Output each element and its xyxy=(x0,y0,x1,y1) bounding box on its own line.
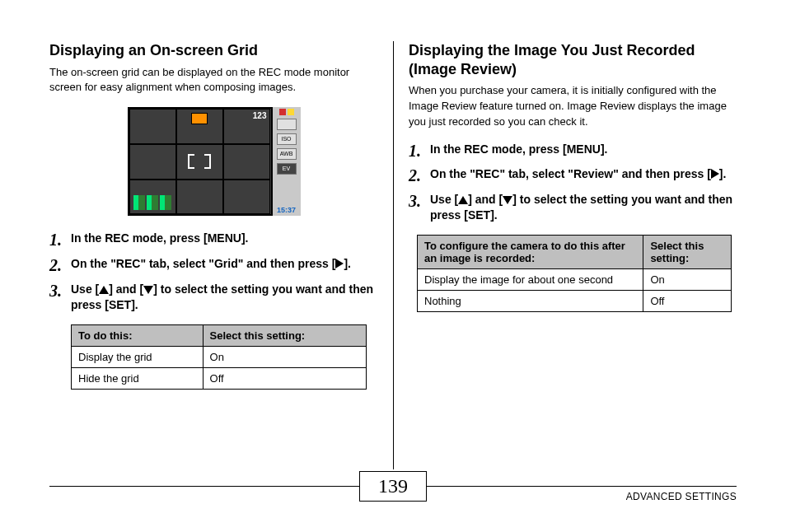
side-awb: AWB xyxy=(277,148,297,160)
step-2: On the "REC" tab, select "Grid" and then… xyxy=(49,256,378,272)
shot-counter: 123 xyxy=(253,111,267,120)
table-header-row: To configure the camera to do this after… xyxy=(418,236,732,269)
step-text: In the REC mode, press [MENU]. xyxy=(430,142,607,156)
step-text: On the "REC" tab, select "Grid" and then… xyxy=(71,257,335,270)
grid-cell xyxy=(129,144,176,180)
mode-icon-yellow xyxy=(288,109,294,115)
step-1: In the REC mode, press [MENU]. xyxy=(49,231,378,246)
side-ev: EV xyxy=(277,163,297,175)
grid-cell xyxy=(223,144,270,180)
rec-indicator-icon xyxy=(191,113,208,124)
section-label: ADVANCED SETTINGS xyxy=(626,491,737,502)
battery-icon xyxy=(133,195,171,210)
settings-table-review: To configure the camera to do this after… xyxy=(417,235,732,312)
side-iso: ISO xyxy=(277,133,297,145)
page-number: 139 xyxy=(359,471,427,502)
table-header: To do this: xyxy=(72,324,204,346)
down-arrow-icon xyxy=(143,286,153,294)
table-cell: Hide the grid xyxy=(72,367,204,389)
table-header-row: To do this: Select this setting: xyxy=(72,324,367,346)
step-text: On the "REC" tab, select "Review" and th… xyxy=(430,167,711,180)
illustration-wrap: 123 xyxy=(49,107,378,216)
step-text: ]. xyxy=(344,257,351,270)
step-1: In the REC mode, press [MENU]. xyxy=(409,142,737,157)
steps-grid: In the REC mode, press [MENU]. On the "R… xyxy=(49,231,378,313)
mode-icons xyxy=(279,109,294,115)
grid-cell: 123 xyxy=(223,109,270,144)
table-cell: Off xyxy=(643,291,732,312)
step-text: ] and [ xyxy=(109,282,143,296)
intro-review: When you purchase your camera, it is ini… xyxy=(409,83,737,130)
side-flash-icon xyxy=(277,119,297,130)
step-text: Use [ xyxy=(71,282,99,296)
table-row: Display the grid On xyxy=(72,346,367,367)
table-header: Select this setting: xyxy=(643,236,732,269)
table-row: Display the image for about one second O… xyxy=(418,269,732,291)
table-row: Hide the grid Off xyxy=(72,367,367,389)
grid-cell xyxy=(176,109,223,144)
table-cell: Display the grid xyxy=(72,346,204,367)
focus-frame-icon xyxy=(188,154,211,169)
up-arrow-icon xyxy=(99,286,109,294)
grid-cell xyxy=(176,180,223,215)
table-cell: Nothing xyxy=(418,291,643,312)
table-row: Nothing Off xyxy=(418,291,732,312)
up-arrow-icon xyxy=(458,196,468,204)
grid-cell xyxy=(129,109,176,144)
heading-review: Displaying the Image You Just Recorded (… xyxy=(409,41,737,78)
heading-grid: Displaying an On-screen Grid xyxy=(49,41,378,60)
column-left: Displaying an On-screen Grid The on-scre… xyxy=(49,41,393,469)
page-footer: 139 ADVANCED SETTINGS xyxy=(49,471,737,512)
down-arrow-icon xyxy=(503,196,512,204)
grid-cell xyxy=(129,180,176,215)
step-text: In the REC mode, press [MENU]. xyxy=(71,231,248,245)
table-cell: On xyxy=(643,269,732,291)
manual-page: Displaying an On-screen Grid The on-scre… xyxy=(0,0,786,532)
camera-screen-illustration: 123 xyxy=(128,107,301,216)
grid-cell xyxy=(176,144,223,180)
steps-review: In the REC mode, press [MENU]. On the "R… xyxy=(409,142,737,224)
side-time: 15:37 xyxy=(277,206,296,214)
camera-side-panel: ISO AWB EV 15:37 xyxy=(273,107,301,216)
right-arrow-icon xyxy=(335,259,344,268)
mode-icon-red xyxy=(279,109,286,115)
table-cell: Display the image for about one second xyxy=(418,269,643,291)
table-cell: On xyxy=(203,346,367,367)
column-right: Displaying the Image You Just Recorded (… xyxy=(393,41,737,469)
step-text: Use [ xyxy=(430,193,458,206)
step-text: ] and [ xyxy=(468,193,503,206)
intro-grid: The on-screen grid can be displayed on t… xyxy=(49,65,378,96)
step-3: Use [] and [] to select the setting you … xyxy=(49,282,378,313)
step-2: On the "REC" tab, select "Review" and th… xyxy=(409,166,737,182)
two-column-layout: Displaying an On-screen Grid The on-scre… xyxy=(49,41,737,469)
grid-cell xyxy=(223,180,270,215)
right-arrow-icon xyxy=(711,169,719,179)
live-view-grid: 123 xyxy=(128,107,273,216)
table-header: To configure the camera to do this after… xyxy=(418,236,643,269)
settings-table-grid: To do this: Select this setting: Display… xyxy=(71,324,367,390)
step-text: ]. xyxy=(719,167,727,180)
step-3: Use [] and [] to select the setting you … xyxy=(409,192,737,223)
table-header: Select this setting: xyxy=(203,324,367,346)
table-cell: Off xyxy=(203,367,367,389)
